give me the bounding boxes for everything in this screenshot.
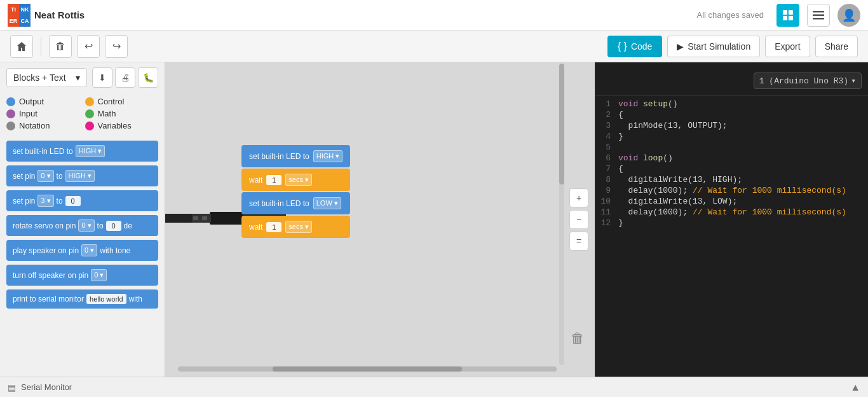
svg-rect-11 xyxy=(165,214,192,223)
code-token-keyword: void xyxy=(618,153,643,163)
category-output[interactable]: Output xyxy=(6,97,80,106)
blocks-view-button[interactable] xyxy=(776,4,799,27)
arduino-label: 1 (Arduino Uno R3) xyxy=(759,76,848,86)
category-math[interactable]: Math xyxy=(85,109,159,118)
block-set-pin-high[interactable]: set pin 0 ▾ to HIGH ▾ xyxy=(6,165,158,186)
svg-rect-1 xyxy=(789,10,793,15)
svg-rect-3 xyxy=(789,16,793,20)
dropdown-label: Blocks + Text xyxy=(13,73,66,83)
arduino-selector[interactable]: 1 (Arduino Uno R3) ▾ xyxy=(754,73,862,89)
scroll-thumb xyxy=(559,64,564,185)
svg-rect-9 xyxy=(193,216,198,220)
download-blocks-button[interactable]: ⬇ xyxy=(92,67,112,88)
dropdown-arrow-icon: ▾ xyxy=(76,73,80,83)
arduino-selector-row: 1 (Arduino Uno R3) ▾ xyxy=(595,69,868,96)
block-print-serial[interactable]: print to serial monitor hello world with xyxy=(6,289,158,309)
zoom-out-button[interactable]: − xyxy=(569,210,588,229)
block-set-pin-value[interactable]: set pin 3 ▾ to 0 xyxy=(6,190,158,211)
line-number: 3 xyxy=(595,121,618,130)
output-label: Output xyxy=(19,97,44,106)
undo-button[interactable]: ↩ xyxy=(77,35,100,58)
code-button-label: Code xyxy=(631,41,652,52)
block-play-speaker[interactable]: play speaker on pin 0 ▾ with tone xyxy=(6,240,158,261)
debug-blocks-button[interactable]: 🐛 xyxy=(138,67,158,88)
math-label: Math xyxy=(98,109,116,118)
code-line: 2{ xyxy=(595,109,868,120)
serial-monitor-label: Serial Monitor xyxy=(21,382,72,392)
start-simulation-button[interactable]: ▶ Start Simulation xyxy=(667,36,760,57)
canvas-blocks-group: set built-in LED to HIGH ▾ wait 1 secs ▾… xyxy=(241,145,350,238)
share-button[interactable]: Share xyxy=(815,36,858,57)
category-grid: Output Control Input Math Notation Varia… xyxy=(0,93,165,137)
canvas-block-set-led-low[interactable]: set built-in LED to LOW ▾ xyxy=(241,192,350,214)
category-input[interactable]: Input xyxy=(6,109,80,118)
code-line: 3 pinMode(13, OUTPUT); xyxy=(595,120,868,131)
code-token-plain: () xyxy=(668,99,678,109)
block-turn-off-speaker[interactable]: turn off speaker on pin 0 ▾ xyxy=(6,265,158,286)
code-token-keyword: void xyxy=(618,99,643,109)
home-button[interactable] xyxy=(10,35,33,58)
avatar[interactable]: 👤 xyxy=(837,4,860,27)
zoom-in-button[interactable]: + xyxy=(569,188,588,207)
code-line: 7{ xyxy=(595,164,868,174)
code-lines-container: 1void setup()2{3 pinMode(13, OUTPUT);4}5… xyxy=(595,99,868,228)
code-token-plain: } xyxy=(618,218,623,228)
arduino-dropdown-icon: ▾ xyxy=(851,76,856,86)
export-button[interactable]: Export xyxy=(765,36,810,57)
redo-button[interactable]: ↪ xyxy=(105,35,128,58)
line-number: 7 xyxy=(595,164,618,174)
category-control[interactable]: Control xyxy=(85,97,159,106)
scroll-track xyxy=(559,64,564,365)
code-token-plain: digitalWrite(13, LOW); xyxy=(618,197,737,206)
code-line: 8 digitalWrite(13, HIGH); xyxy=(595,174,868,185)
blocks-panel: Blocks + Text ▾ ⬇ 🖨 🐛 Output Control Inp… xyxy=(0,62,165,377)
canvas-block-set-led-high[interactable]: set built-in LED to HIGH ▾ xyxy=(241,145,350,167)
trash-button[interactable]: 🗑 xyxy=(567,326,588,351)
line-number: 8 xyxy=(595,175,618,185)
top-bar: TINKERCA Neat Rottis All changes saved 👤 xyxy=(0,0,868,31)
code-line: 9 delay(1000); // Wait for 1000 millisec… xyxy=(595,185,868,196)
svg-rect-2 xyxy=(783,16,787,20)
category-variables[interactable]: Variables xyxy=(85,121,159,130)
line-number: 4 xyxy=(595,132,618,141)
code-line: 12} xyxy=(595,218,868,228)
list-view-button[interactable] xyxy=(807,4,830,27)
toolbar-separator xyxy=(41,37,41,56)
logo-box: TINKERCA xyxy=(8,4,31,27)
canvas-block-wait-2[interactable]: wait 1 secs ▾ xyxy=(241,216,350,238)
code-token-plain: delay(1000); xyxy=(618,186,693,195)
toolbar: 🗑 ↩ ↪ { } Code ▶ Start Simulation Export… xyxy=(0,31,868,62)
svg-rect-0 xyxy=(783,10,787,15)
zoom-fit-button[interactable]: = xyxy=(569,232,588,251)
blocks-text-dropdown[interactable]: Blocks + Text ▾ xyxy=(6,68,87,87)
canvas-block-wait-1[interactable]: wait 1 secs ▾ xyxy=(241,169,350,191)
code-icon: { } xyxy=(618,41,627,52)
print-blocks-button[interactable]: 🖨 xyxy=(115,67,135,88)
logo[interactable]: TINKERCA Neat Rottis xyxy=(8,4,85,27)
block-rotate-servo[interactable]: rotate servo on pin 0 ▾ to 0 de xyxy=(6,215,158,236)
svg-rect-6 xyxy=(813,18,824,20)
code-button[interactable]: { } Code xyxy=(607,36,663,57)
canvas-area: set built-in LED to HIGH ▾ wait 1 secs ▾… xyxy=(165,62,595,377)
code-token-plain: } xyxy=(618,132,623,141)
canvas-horizontal-scrollbar[interactable] xyxy=(178,366,557,372)
math-dot xyxy=(85,109,94,118)
line-number: 10 xyxy=(595,197,618,206)
line-number: 12 xyxy=(595,218,618,228)
code-token-plain: () xyxy=(663,153,673,163)
block-set-led-high[interactable]: set built-in LED to HIGH ▾ xyxy=(6,141,158,162)
category-notation[interactable]: Notation xyxy=(6,121,80,130)
blocks-header: Blocks + Text ▾ ⬇ 🖨 🐛 xyxy=(0,62,165,93)
line-number: 1 xyxy=(595,99,618,109)
delete-button[interactable]: 🗑 xyxy=(49,35,72,58)
h-scroll-thumb xyxy=(273,366,462,372)
svg-rect-10 xyxy=(202,216,207,220)
expand-serial-monitor-button[interactable]: ▲ xyxy=(850,382,860,393)
blocks-action-icons: ⬇ 🖨 🐛 xyxy=(92,67,158,88)
code-token-function: loop xyxy=(643,153,663,163)
start-simulation-label: Start Simulation xyxy=(688,41,750,52)
code-line: 11 delay(1000); // Wait for 1000 millise… xyxy=(595,207,868,218)
canvas-vertical-scrollbar[interactable] xyxy=(559,62,564,364)
code-line: 6void loop() xyxy=(595,153,868,164)
line-number: 2 xyxy=(595,110,618,120)
